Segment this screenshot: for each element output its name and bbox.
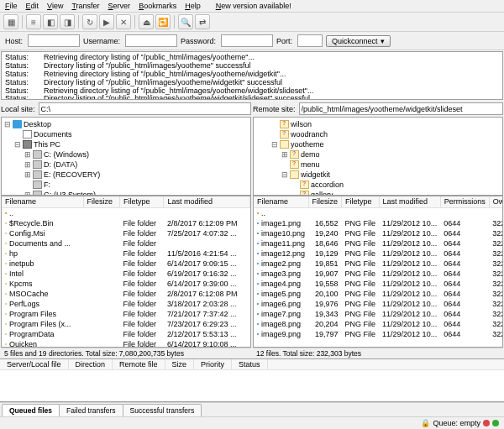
tree-node[interactable]: gallery (255, 190, 501, 196)
file-row[interactable]: image7.png19,343PNG File11/29/2012 10...… (254, 309, 503, 319)
tab-queued-files[interactable]: Queued files (2, 404, 60, 416)
tree-node[interactable]: accordion (255, 180, 501, 190)
remote-path-input[interactable] (299, 102, 503, 115)
quickconnect-button[interactable]: Quickconnect▾ (326, 35, 391, 47)
toolbar-btn-togglequeue[interactable]: ◨ (60, 14, 75, 29)
file-row[interactable]: .. (2, 207, 250, 218)
file-row[interactable]: Program FilesFile folder7/21/2017 7:37:4… (2, 309, 250, 319)
toolbar-btn-toggletree[interactable]: ◧ (43, 14, 58, 29)
tree-node[interactable]: wilson (255, 119, 501, 129)
file-row[interactable]: image3.png19,907PNG File11/29/2012 10...… (254, 269, 503, 279)
file-row[interactable]: $Recycle.BinFile folder2/8/2017 6:12:09 … (2, 218, 250, 228)
queue-column[interactable]: Server/Local file (0, 359, 69, 369)
file-row[interactable]: image12.png19,129PNG File11/29/2012 10..… (254, 249, 503, 259)
file-row[interactable]: image6.png19,976PNG File11/29/2012 10...… (254, 299, 503, 309)
file-row[interactable]: ProgramDataFile folder2/12/2017 5:53:13 … (2, 329, 250, 339)
tree-twisty-icon[interactable]: ⊞ (24, 160, 31, 169)
password-input[interactable] (221, 34, 273, 47)
file-row[interactable]: image11.png18,646PNG File11/29/2012 10..… (254, 238, 503, 249)
tree-node[interactable]: ⊟yootheme (255, 139, 501, 149)
tree-node[interactable]: Documents (3, 129, 249, 139)
tree-node[interactable]: F: (3, 180, 249, 190)
message-log[interactable]: Status:Retrieving directory listing of "… (1, 51, 503, 100)
tab-successful-transfers[interactable]: Successful transfers (123, 404, 202, 416)
menu-view[interactable]: View (47, 2, 63, 10)
tree-node[interactable]: ⊟This PC (3, 139, 249, 149)
tab-failed-transfers[interactable]: Failed transfers (59, 404, 123, 416)
file-row[interactable]: KpcmsFile folder6/14/2017 9:39:00 ... (2, 279, 250, 289)
file-row[interactable]: image9.png19,797PNG File11/29/2012 10...… (254, 329, 503, 339)
column-header[interactable]: Filesize (83, 196, 120, 207)
file-row[interactable]: image8.png20,204PNG File11/29/2012 10...… (254, 319, 503, 329)
remote-filelist[interactable]: FilenameFilesizeFiletypeLast modifiedPer… (253, 196, 503, 348)
tree-node[interactable]: ⊞E: (RECOVERY) (3, 170, 249, 180)
toolbar-btn-process[interactable]: ▶ (99, 14, 114, 29)
tree-node[interactable]: ⊞C: (Windows) (3, 149, 249, 160)
file-row[interactable]: image4.png19,558PNG File11/29/2012 10...… (254, 279, 503, 289)
queue-body[interactable] (0, 370, 504, 402)
remote-tree[interactable]: wilsonwoodranch⊟yootheme⊞demomenu⊟widget… (253, 117, 503, 196)
host-input[interactable] (28, 34, 80, 47)
queue-column[interactable]: Status (232, 359, 268, 369)
file-row[interactable]: image5.png20,100PNG File11/29/2012 10...… (254, 289, 503, 299)
tree-node[interactable]: ⊞G: (U3 System) (3, 190, 249, 196)
column-header[interactable]: Owner/Gro (489, 196, 503, 207)
column-header[interactable]: Last modified (164, 196, 250, 207)
column-header[interactable]: Filetype (342, 196, 380, 207)
toolbar-btn-compare[interactable]: ⇄ (195, 14, 210, 29)
toolbar-btn-refresh[interactable]: ↻ (82, 14, 97, 29)
queue-column[interactable]: Priority (194, 359, 232, 369)
file-row[interactable]: image1.png16,552PNG File11/29/2012 10...… (254, 218, 503, 228)
toolbar-btn-cancel[interactable]: ✕ (116, 14, 131, 29)
file-row[interactable]: PerfLogsFile folder3/18/2017 2:03:28 ... (2, 299, 250, 309)
tree-node[interactable]: ⊟Desktop (3, 119, 249, 129)
local-tree[interactable]: ⊟DesktopDocuments⊟This PC⊞C: (Windows)⊞D… (1, 117, 251, 196)
toolbar-btn-togglelog[interactable]: ≡ (26, 14, 41, 29)
file-row[interactable]: hpFile folder11/5/2016 4:21:54 ... (2, 249, 250, 259)
file-row[interactable]: MSOCacheFile folder2/8/2017 6:12:08 PM (2, 289, 250, 299)
tree-twisty-icon[interactable]: ⊞ (281, 150, 288, 159)
column-header[interactable]: Filename (2, 196, 83, 207)
file-row[interactable]: Documents and ...File folder (2, 238, 250, 249)
column-header[interactable]: Filetype (120, 196, 164, 207)
tree-node[interactable]: woodranch (255, 129, 501, 139)
menu-bookmarks[interactable]: Bookmarks (139, 2, 176, 10)
tree-twisty-icon[interactable]: ⊟ (13, 140, 21, 149)
column-header[interactable]: Filesize (308, 196, 342, 207)
tree-twisty-icon[interactable]: ⊞ (24, 150, 31, 159)
menu-transfer[interactable]: Transfer (71, 2, 99, 10)
file-row[interactable]: image10.png19,240PNG File11/29/2012 10..… (254, 228, 503, 238)
menu-file[interactable]: File (5, 2, 18, 10)
file-row[interactable]: inetpubFile folder6/14/2017 9:09:15 ... (2, 259, 250, 269)
tree-node[interactable]: menu (255, 160, 501, 170)
toolbar-btn-sitemanager[interactable]: ▦ (3, 14, 18, 29)
menu-help[interactable]: Help (185, 2, 201, 10)
file-row[interactable]: Config.MsiFile folder7/25/2017 4:07:32 .… (2, 228, 250, 238)
tree-node[interactable]: ⊟widgetkit (255, 170, 501, 180)
file-row[interactable]: IntelFile folder6/19/2017 9:16:32 ... (2, 269, 250, 279)
chevron-down-icon[interactable]: ▾ (381, 37, 385, 45)
tree-node[interactable]: ⊞D: (DATA) (3, 160, 249, 170)
toolbar-btn-reconnect[interactable]: 🔁 (155, 14, 171, 29)
local-filelist[interactable]: FilenameFilesizeFiletypeLast modified..$… (1, 196, 251, 348)
toolbar-btn-disconnect[interactable]: ⏏ (139, 14, 154, 29)
port-input[interactable] (297, 34, 323, 47)
file-row[interactable]: QuickenFile folder6/14/2017 9:10:08 ... (2, 339, 250, 348)
local-path-input[interactable] (39, 102, 251, 115)
file-row[interactable]: Program Files (x...File folder7/23/2017 … (2, 319, 250, 329)
column-header[interactable]: Last modified (379, 196, 440, 207)
file-row[interactable]: image2.png19,851PNG File11/29/2012 10...… (254, 259, 503, 269)
tree-twisty-icon[interactable]: ⊞ (24, 170, 31, 179)
queue-column[interactable]: Size (165, 359, 195, 369)
queue-column[interactable]: Remote file (113, 359, 165, 369)
column-header[interactable]: Filename (254, 196, 308, 207)
username-input[interactable] (125, 34, 177, 47)
toolbar-btn-filter[interactable]: 🔍 (178, 14, 193, 29)
tree-twisty-icon[interactable]: ⊟ (3, 120, 11, 128)
column-header[interactable]: Permissions (440, 196, 489, 207)
menu-new-version-available-[interactable]: New version available! (216, 2, 291, 10)
menu-server[interactable]: Server (108, 2, 131, 10)
tree-twisty-icon[interactable]: ⊟ (270, 140, 278, 149)
tree-node[interactable]: ⊞demo (255, 149, 501, 160)
tree-twisty-icon[interactable]: ⊟ (281, 170, 288, 179)
